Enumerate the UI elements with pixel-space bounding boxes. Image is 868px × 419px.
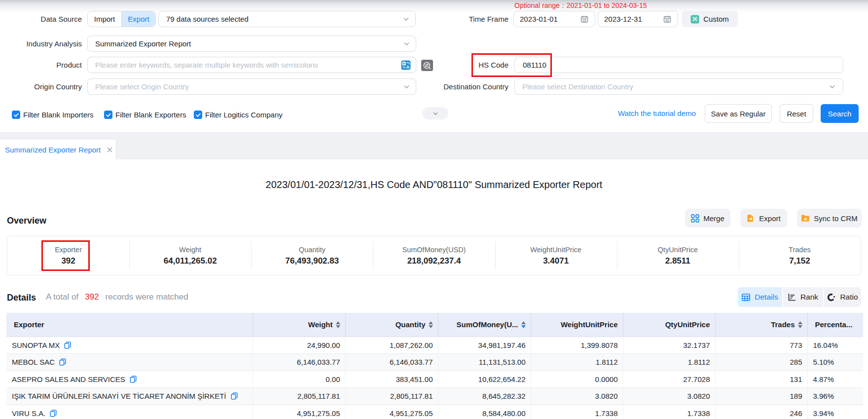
sync-to-crm-button[interactable]: Sync to CRM <box>797 209 862 228</box>
merge-button[interactable]: Merge <box>685 209 730 228</box>
end-date-input[interactable]: 2023-12-31 <box>598 11 678 27</box>
sort-icon[interactable] <box>798 321 802 328</box>
custom-time-label: Custom <box>703 15 729 23</box>
data-sources-value: 79 data sources selected <box>159 15 249 23</box>
app: Optional range：2021-01-01 to 2024-03-15 … <box>0 0 868 419</box>
hs-code-field <box>514 57 843 73</box>
sum-of-money-cell: 34,981,197.46 <box>438 337 531 354</box>
copy-icon[interactable] <box>59 358 66 366</box>
table-header-row: Exporter Weight Quantity SumOfMoney(U...… <box>6 313 863 337</box>
close-icon[interactable] <box>107 147 113 153</box>
column-header-quantity[interactable]: Quantity <box>345 313 438 337</box>
collapse-filters-button[interactable] <box>422 107 448 119</box>
destination-country-select[interactable]: Please select Destination Country <box>514 78 843 95</box>
product-input[interactable] <box>88 57 416 73</box>
column-header-sum-of-money[interactable]: SumOfMoney(U... <box>438 313 531 337</box>
checkbox-checked-icon <box>12 111 20 119</box>
view-switch: Details Rank Ratio <box>738 287 861 307</box>
sort-icon[interactable] <box>336 321 340 328</box>
trades-cell: 189 <box>715 388 807 405</box>
sort-icon[interactable] <box>429 321 433 328</box>
quantity-cell: 383,451.00 <box>345 371 438 388</box>
sort-icon-active-desc[interactable] <box>521 321 526 328</box>
column-header-qty-unit-price[interactable]: QtyUnitPrice <box>623 313 715 337</box>
import-toggle-button[interactable]: Import <box>88 11 122 27</box>
details-heading: Details <box>7 293 36 303</box>
sum-of-money-cell: 11,131,513.00 <box>438 354 531 371</box>
view-ratio-label: Ratio <box>840 293 858 302</box>
destination-country-placeholder: Please select Destination Country <box>515 82 633 91</box>
filter-logitics-company-checkbox[interactable]: Filter Logitics Company <box>194 111 283 119</box>
stat-quantity: Quantity 76,493,902.83 <box>251 236 373 275</box>
data-source-toggle: Import Export <box>87 11 156 27</box>
export-toggle-button[interactable]: Export <box>122 11 155 27</box>
filter-panel: Optional range：2021-01-01 to 2024-03-15 … <box>0 0 868 132</box>
qty-unit-price-cell: 27.7028 <box>623 371 715 388</box>
industry-analysis-select[interactable]: Summarized Exporter Report <box>87 36 416 52</box>
tab-summarized-exporter-report[interactable]: Summarized Exporter Report <box>0 140 116 160</box>
table-row[interactable]: VIRU S.A. 4,951,275.05 4,951,275.05 8,58… <box>6 405 863 419</box>
checkbox-label: Filter Logitics Company <box>205 111 283 119</box>
total-prefix: A total of <box>46 292 78 302</box>
table-icon <box>742 294 750 301</box>
copy-icon[interactable] <box>50 410 57 417</box>
qty-unit-price-cell: 1.8112 <box>623 354 715 371</box>
start-date-input[interactable]: 2023-01-01 <box>513 11 595 27</box>
custom-time-button[interactable]: ⌘ Custom <box>682 11 738 27</box>
origin-country-label: Origin Country <box>0 78 82 95</box>
table-row[interactable]: IŞIK TARIM ÜRÜNLERİ SANAYİ VE TİCARET AN… <box>6 388 863 405</box>
search-button[interactable]: Search <box>821 104 859 123</box>
weight-cell: 24,990.00 <box>253 337 345 354</box>
filter-blank-exporters-checkbox[interactable]: Filter Blank Exporters <box>104 111 186 119</box>
weight-unit-price-cell: 0.0000 <box>531 371 623 388</box>
export-button[interactable]: Export <box>740 209 787 228</box>
view-ratio-button[interactable]: Ratio <box>824 287 861 307</box>
filter-blank-importers-checkbox[interactable]: Filter Blank Importers <box>12 111 94 119</box>
stat-value: 76,493,902.83 <box>285 256 339 266</box>
weight-cell: 2,805,117.81 <box>253 388 345 405</box>
stat-value: 218,092,237.4 <box>407 256 461 266</box>
origin-country-select[interactable]: Please select Origin Country <box>87 78 416 95</box>
column-header-weight-unit-price[interactable]: WeightUnitPrice <box>531 313 623 337</box>
rank-chart-icon <box>788 293 796 301</box>
view-details-label: Details <box>755 293 778 302</box>
save-as-regular-button[interactable]: Save as Regular <box>705 104 772 123</box>
product-label: Product <box>0 57 82 73</box>
view-rank-button[interactable]: Rank <box>783 287 823 307</box>
view-details-button[interactable]: Details <box>738 287 782 307</box>
command-icon: ⌘ <box>690 15 699 24</box>
view-rank-label: Rank <box>800 293 818 302</box>
chevron-down-icon <box>432 110 439 117</box>
industry-analysis-label: Industry Analysis <box>0 36 82 52</box>
weight-unit-price-cell: 1.7338 <box>531 405 623 419</box>
table-row[interactable]: SUNOPTA MX 24,990.00 1,087,262.00 34,981… <box>6 337 863 354</box>
stat-value: 7,152 <box>789 256 810 266</box>
svg-text:⌘: ⌘ <box>692 16 698 23</box>
column-header-weight[interactable]: Weight <box>253 313 345 337</box>
table-row[interactable]: MEBOL SAC 6,146,033.77 6,146,033.77 11,1… <box>6 354 863 371</box>
weight-unit-price-cell: 1,399.8078 <box>531 337 623 354</box>
hs-code-input[interactable] <box>515 57 843 73</box>
data-sources-select[interactable]: 79 data sources selected <box>158 11 416 27</box>
column-header-percentage[interactable]: Percenta... <box>807 313 863 337</box>
column-header-trades[interactable]: Trades <box>715 313 807 337</box>
stat-qty-unit-price: QtyUnitPrice 2.8511 <box>617 236 739 275</box>
destination-country-label: Destination Country <box>427 78 508 95</box>
sum-of-money-cell: 8,584,480.00 <box>438 405 531 419</box>
end-date-value: 2023-12-31 <box>598 15 642 23</box>
reset-button[interactable]: Reset <box>780 104 813 123</box>
tab-strip: Summarized Exporter Report <box>0 132 868 159</box>
trades-cell: 246 <box>715 405 807 419</box>
stat-value: 2.8511 <box>665 256 690 266</box>
export-file-icon <box>747 214 755 223</box>
table-row[interactable]: ASEPRO SALES AND SERVICES 0.00 383,451.0… <box>6 371 863 388</box>
stat-weight: Weight 64,011,265.02 <box>129 236 251 275</box>
exporter-name: MEBOL SAC <box>12 358 55 366</box>
copy-icon[interactable] <box>130 376 137 383</box>
copy-icon[interactable] <box>64 342 71 349</box>
copy-icon[interactable] <box>231 392 238 400</box>
percentage-cell: 3.94% <box>807 405 863 419</box>
column-header-exporter[interactable]: Exporter <box>6 313 253 337</box>
translate-icon[interactable]: A <box>401 60 411 70</box>
tutorial-demo-link[interactable]: Watch the tutorial demo <box>618 109 696 117</box>
